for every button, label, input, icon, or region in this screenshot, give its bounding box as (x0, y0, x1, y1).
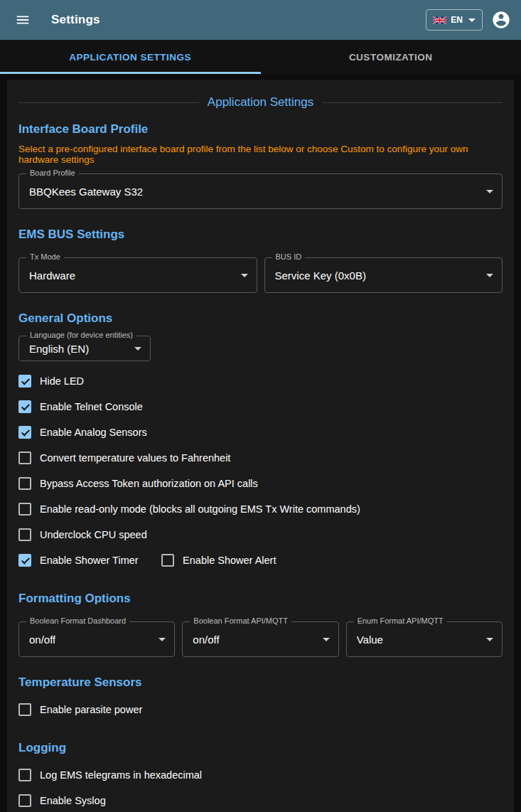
boolean-format-api-value: on/off (193, 634, 219, 646)
user-avatar-icon[interactable] (491, 10, 511, 30)
checkbox-label: Enable Syslog (40, 795, 106, 806)
tab-application-settings[interactable]: APPLICATION SETTINGS (0, 40, 261, 74)
checkbox-label: Enable Analog Sensors (40, 427, 147, 438)
tx-mode-value: Hardware (29, 269, 75, 282)
checkbox-row-syslog: Enable Syslog (18, 788, 503, 812)
settings-tabbar: APPLICATION SETTINGS CUSTOMIZATION (0, 40, 521, 74)
chevron-down-icon (159, 638, 166, 641)
analog-sensors-checkbox[interactable] (18, 426, 31, 439)
language-entities-value: English (EN) (29, 343, 89, 355)
chevron-down-icon (134, 347, 141, 351)
bus-id-label: BUS ID (272, 252, 306, 261)
chevron-down-icon (486, 638, 493, 641)
tx-mode-select[interactable]: Tx Mode Hardware (18, 257, 257, 293)
checkbox-row-bypass-token: Bypass Access Token authorization on API… (18, 471, 503, 496)
checkbox-row-readonly: Enable read-only mode (blocks all outgoi… (18, 496, 503, 522)
checkbox-label: Enable Shower Timer (40, 555, 139, 566)
checkbox-label: Hide LED (40, 375, 84, 387)
hamburger-menu-icon[interactable] (10, 7, 36, 33)
page-title: Settings (51, 13, 100, 27)
telnet-console-checkbox[interactable] (18, 400, 31, 413)
checkbox-label: Convert temperature values to Fahrenheit (40, 452, 230, 464)
tx-mode-label: Tx Mode (26, 252, 64, 261)
boolean-format-api-select[interactable]: Boolean Format API/MQTT on/off (182, 621, 338, 657)
readonly-mode-checkbox[interactable] (18, 503, 31, 515)
checkbox-row-telnet: Enable Telnet Console (18, 394, 503, 420)
chevron-down-icon (468, 18, 476, 22)
section-heading-logging: Logging (18, 741, 503, 755)
section-heading-bus: EMS BUS Settings (18, 228, 503, 242)
language-code: EN (451, 15, 463, 25)
underclock-cpu-checkbox[interactable] (18, 528, 31, 541)
boolean-format-api-label: Boolean Format API/MQTT (190, 616, 291, 625)
board-profile-note: Select a pre-configured interface board … (18, 144, 503, 165)
shower-timer-checkbox[interactable] (18, 554, 31, 567)
boolean-format-dashboard-label: Boolean Format Dashboard (26, 616, 129, 625)
language-entities-label: Language (for device entities) (26, 331, 136, 339)
section-heading-general: General Options (18, 311, 503, 326)
section-heading-board: Interface Board Profile (18, 122, 503, 137)
language-entities-select[interactable]: Language (for device entities) English (… (18, 336, 151, 361)
bus-id-select[interactable]: BUS ID Service Key (0x0B) (264, 257, 503, 293)
enum-format-api-value: Value (357, 634, 383, 646)
board-profile-value: BBQKees Gateway S32 (29, 186, 143, 198)
chevron-down-icon (323, 638, 330, 641)
parasite-power-checkbox[interactable] (18, 703, 31, 716)
checkbox-row-hide-led: Hide LED (18, 368, 503, 394)
checkbox-row-shower-alert: Enable Shower Alert (161, 547, 276, 573)
checkbox-row-hex-log: Log EMS telegrams in hexadecimal (18, 762, 503, 788)
fahrenheit-checkbox[interactable] (18, 452, 31, 464)
bypass-token-checkbox[interactable] (18, 477, 31, 490)
boolean-format-dashboard-value: on/off (29, 634, 55, 646)
board-profile-select[interactable]: Board Profile BBQKees Gateway S32 (18, 173, 503, 209)
board-profile-label: Board Profile (26, 169, 79, 177)
enum-format-api-select[interactable]: Enum Format API/MQTT Value (346, 621, 503, 657)
checkbox-label: Enable read-only mode (blocks all outgoi… (40, 503, 360, 515)
checkbox-row-analog: Enable Analog Sensors (18, 420, 503, 445)
checkbox-label: Bypass Access Token authorization on API… (40, 478, 258, 489)
panel-title: Application Settings (18, 95, 503, 109)
checkbox-row-shower-timer: Enable Shower Timer (18, 547, 139, 573)
settings-panel: Application Settings Interface Board Pro… (7, 80, 514, 812)
shower-row: Enable Shower Timer Enable Shower Alert (18, 547, 503, 573)
hide-led-checkbox[interactable] (18, 375, 31, 388)
checkbox-label: Enable parasite power (40, 704, 142, 715)
checkbox-label: Enable Telnet Console (40, 401, 143, 412)
app-bar: Settings EN (0, 0, 521, 40)
uk-flag-icon (433, 16, 446, 24)
shower-alert-checkbox[interactable] (161, 554, 174, 567)
checkbox-label: Underclock CPU speed (40, 529, 147, 540)
language-selector-button[interactable]: EN (426, 9, 483, 31)
syslog-checkbox[interactable] (18, 794, 31, 807)
checkbox-row-fahrenheit: Convert temperature values to Fahrenheit (18, 445, 503, 471)
chevron-down-icon (486, 274, 493, 277)
bus-id-value: Service Key (0x0B) (275, 269, 366, 282)
chevron-down-icon (486, 190, 493, 193)
section-heading-sensors: Temperature Sensors (18, 675, 503, 690)
boolean-format-dashboard-select[interactable]: Boolean Format Dashboard on/off (18, 621, 175, 657)
chevron-down-icon (241, 274, 248, 277)
checkbox-row-underclock: Underclock CPU speed (18, 522, 503, 547)
section-heading-formatting: Formatting Options (18, 592, 503, 606)
tab-customization[interactable]: CUSTOMIZATION (261, 40, 521, 74)
checkbox-label: Enable Shower Alert (183, 555, 276, 566)
enum-format-api-label: Enum Format API/MQTT (354, 616, 447, 625)
checkbox-row-parasite: Enable parasite power (18, 697, 503, 722)
hex-telegrams-checkbox[interactable] (18, 769, 31, 781)
checkbox-label: Log EMS telegrams in hexadecimal (40, 769, 202, 781)
